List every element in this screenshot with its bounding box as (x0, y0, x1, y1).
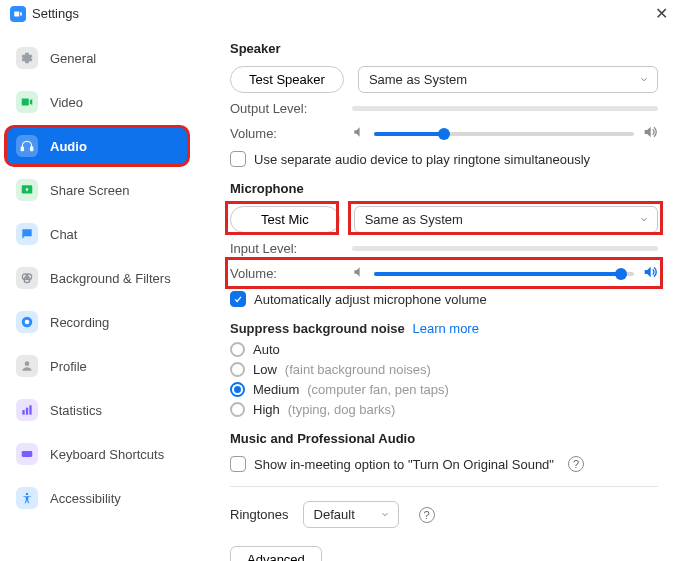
mic-volume-label: Volume: (230, 266, 338, 281)
suppress-low-radio[interactable] (230, 362, 245, 377)
chevron-down-icon (639, 212, 649, 227)
sidebar: General Video Audio Share Screen Chat Ba… (0, 25, 194, 561)
ringtones-value: Default (314, 507, 355, 522)
titlebar: Settings ✕ (0, 0, 680, 25)
sidebar-item-label: Share Screen (50, 183, 130, 198)
volume-low-icon (352, 125, 366, 142)
accessibility-icon (16, 487, 38, 509)
advanced-button-label: Advanced (247, 552, 305, 561)
mic-device-select[interactable]: Same as System (354, 206, 658, 233)
svg-point-9 (25, 361, 30, 366)
svg-rect-11 (26, 408, 28, 415)
sidebar-item-label: Accessibility (50, 491, 121, 506)
mic-volume-slider[interactable] (374, 272, 634, 276)
test-speaker-button[interactable]: Test Speaker (230, 66, 344, 93)
sidebar-item-label: Keyboard Shortcuts (50, 447, 164, 462)
svg-rect-1 (21, 147, 23, 151)
microphone-heading: Microphone (230, 181, 658, 196)
sidebar-item-audio[interactable]: Audio (6, 127, 188, 165)
svg-rect-12 (29, 405, 31, 414)
original-sound-checkbox[interactable] (230, 456, 246, 472)
sidebar-item-label: Audio (50, 139, 87, 154)
window-title: Settings (32, 6, 79, 21)
sidebar-item-chat[interactable]: Chat (6, 215, 188, 253)
suppress-low-label: Low (253, 362, 277, 377)
advanced-button[interactable]: Advanced (230, 546, 322, 561)
sidebar-item-statistics[interactable]: Statistics (6, 391, 188, 429)
separator (230, 486, 658, 487)
speaker-volume-slider[interactable] (374, 132, 634, 136)
separate-ringtone-checkbox[interactable] (230, 151, 246, 167)
ringtones-select[interactable]: Default (303, 501, 399, 528)
close-icon[interactable]: ✕ (651, 4, 672, 23)
sidebar-item-label: Recording (50, 315, 109, 330)
speaker-volume-label: Volume: (230, 126, 338, 141)
auto-adjust-mic-checkbox[interactable] (230, 291, 246, 307)
keyboard-icon (16, 443, 38, 465)
test-mic-button[interactable]: Test Mic (230, 206, 340, 233)
music-pro-heading: Music and Professional Audio (230, 431, 658, 446)
suppress-medium-radio[interactable] (230, 382, 245, 397)
sidebar-item-recording[interactable]: Recording (6, 303, 188, 341)
suppress-high-hint: (typing, dog barks) (288, 402, 396, 417)
suppress-low-hint: (faint background noises) (285, 362, 431, 377)
sidebar-item-label: Profile (50, 359, 87, 374)
recording-icon (16, 311, 38, 333)
auto-adjust-mic-label: Automatically adjust microphone volume (254, 292, 487, 307)
volume-low-icon (352, 265, 366, 282)
sidebar-item-video[interactable]: Video (6, 83, 188, 121)
sidebar-item-label: Background & Filters (50, 271, 171, 286)
test-mic-label: Test Mic (261, 212, 309, 227)
speaker-device-select[interactable]: Same as System (358, 66, 658, 93)
mic-device-value: Same as System (365, 212, 463, 227)
svg-point-8 (25, 320, 30, 325)
video-icon (16, 91, 38, 113)
svg-rect-2 (31, 147, 33, 151)
ringtones-label: Ringtones (230, 507, 289, 522)
help-icon[interactable]: ? (419, 507, 435, 523)
chat-icon (16, 223, 38, 245)
sidebar-item-share-screen[interactable]: Share Screen (6, 171, 188, 209)
help-icon[interactable]: ? (568, 456, 584, 472)
chevron-down-icon (380, 507, 390, 522)
suppress-high-radio[interactable] (230, 402, 245, 417)
volume-high-icon (642, 264, 658, 283)
volume-high-icon (642, 124, 658, 143)
sidebar-item-background[interactable]: Background & Filters (6, 259, 188, 297)
suppress-auto-radio[interactable] (230, 342, 245, 357)
speaker-device-value: Same as System (369, 72, 467, 87)
suppress-auto-label: Auto (253, 342, 280, 357)
chevron-down-icon (639, 72, 649, 87)
headphones-icon (16, 135, 38, 157)
suppress-medium-hint: (computer fan, pen taps) (307, 382, 449, 397)
sidebar-item-label: Chat (50, 227, 77, 242)
input-level-meter (352, 246, 658, 251)
suppress-heading: Suppress background noise (230, 321, 405, 336)
suppress-learn-more-link[interactable]: Learn more (412, 321, 478, 336)
profile-icon (16, 355, 38, 377)
filters-icon (16, 267, 38, 289)
speaker-heading: Speaker (230, 41, 658, 56)
svg-rect-10 (22, 410, 24, 415)
suppress-medium-label: Medium (253, 382, 299, 397)
sidebar-item-profile[interactable]: Profile (6, 347, 188, 385)
input-level-label: Input Level: (230, 241, 338, 256)
svg-point-14 (26, 493, 28, 495)
separate-ringtone-label: Use separate audio device to play ringto… (254, 152, 590, 167)
gear-icon (16, 47, 38, 69)
sidebar-item-general[interactable]: General (6, 39, 188, 77)
output-level-label: Output Level: (230, 101, 338, 116)
suppress-high-label: High (253, 402, 280, 417)
app-icon (10, 6, 26, 22)
output-level-meter (352, 106, 658, 111)
statistics-icon (16, 399, 38, 421)
sidebar-item-accessibility[interactable]: Accessibility (6, 479, 188, 517)
test-speaker-label: Test Speaker (249, 72, 325, 87)
sidebar-item-label: General (50, 51, 96, 66)
share-icon (16, 179, 38, 201)
main-panel: Speaker Test Speaker Same as System Outp… (194, 25, 680, 561)
original-sound-label: Show in-meeting option to "Turn On Origi… (254, 457, 554, 472)
svg-rect-13 (22, 451, 33, 457)
sidebar-item-keyboard[interactable]: Keyboard Shortcuts (6, 435, 188, 473)
sidebar-item-label: Video (50, 95, 83, 110)
